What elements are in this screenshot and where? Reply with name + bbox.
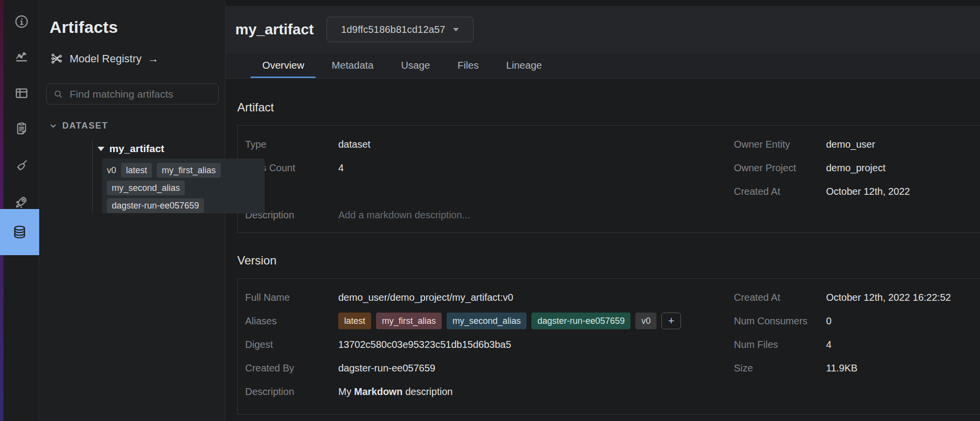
row-label: Owner Project: [734, 162, 826, 174]
version-panel-right-column: Created At October 12th, 2022 16:22:52 N…: [734, 286, 951, 380]
tab-files[interactable]: Files: [446, 53, 490, 78]
artifact-section-heading: Artifact: [237, 101, 980, 114]
tab-metadata[interactable]: Metadata: [320, 53, 385, 78]
row-description: Description Add a markdown description..…: [238, 203, 980, 227]
tree-group-dataset[interactable]: DATASET: [50, 121, 108, 131]
sweeps-broom-icon[interactable]: [3, 150, 39, 181]
artifacts-database-icon[interactable]: [0, 209, 39, 255]
reports-clipboard-icon[interactable]: [3, 113, 39, 144]
row-label: Owner Entity: [734, 139, 826, 150]
search-icon: [53, 89, 64, 100]
alias-chip-my-first-alias: my_first_alias: [376, 313, 442, 329]
artifact-search-box: [46, 83, 219, 105]
alias-chip-my-second-alias: my_second_alias: [447, 313, 527, 329]
tab-overview[interactable]: Overview: [251, 53, 316, 78]
created-by-link[interactable]: dagster-run-ee057659: [338, 363, 435, 374]
artifact-panel: Type dataset Alias Count 4 Description A…: [237, 125, 980, 233]
row-owner-project: Owner Project demo_project: [734, 156, 910, 180]
row-value: 4: [826, 339, 831, 350]
alias-badge: dagster-run-ee057659: [107, 198, 204, 213]
chevron-down-icon: [50, 122, 57, 130]
row-value: October 12th, 2022: [826, 186, 910, 197]
row-label: Description: [245, 386, 338, 397]
version-description-value: My Markdown description: [338, 386, 452, 397]
row-label: Created At: [734, 292, 826, 303]
tab-lineage[interactable]: Lineage: [494, 53, 553, 78]
caret-down-icon: [453, 28, 459, 31]
alias-badge: my_second_alias: [107, 181, 185, 195]
description-text: description: [402, 386, 452, 397]
row-value: 0: [826, 316, 831, 327]
owner-project-link[interactable]: demo_project: [826, 162, 885, 174]
page-title: my_artifact: [235, 21, 314, 38]
tree-item-my-artifact[interactable]: my_artifact: [98, 143, 164, 155]
tree-version-item-selected[interactable]: v0 latest my_first_alias my_second_alias…: [102, 158, 265, 213]
search-input[interactable]: [70, 88, 212, 100]
alias-badge: my_first_alias: [157, 163, 221, 178]
model-registry-label: Model Registry: [70, 53, 142, 65]
row-value: dataset: [338, 139, 371, 150]
tree-artifact-label: my_artifact: [109, 143, 164, 155]
row-num-consumers: Num Consumers 0: [734, 309, 951, 333]
row-version-description: Description My Markdown description: [238, 380, 980, 403]
model-registry-link[interactable]: Model Registry →: [50, 52, 159, 65]
main-panel: my_artifact 1d9ffc5186b81cd12a57 Overvie…: [226, 0, 980, 421]
row-label: Full Name: [245, 292, 338, 303]
row-version-created-at: Created At October 12th, 2022 16:22:52: [734, 286, 951, 309]
add-alias-button[interactable]: +: [661, 313, 681, 329]
row-size: Size 11.9KB: [734, 356, 951, 380]
tab-usage[interactable]: Usage: [389, 53, 442, 78]
alias-badge: latest: [121, 163, 152, 178]
tree-group-label: DATASET: [62, 121, 108, 131]
triangle-down-icon: [98, 147, 104, 151]
tree-indent-line: [92, 139, 93, 213]
runs-table-icon[interactable]: [3, 78, 39, 109]
row-created-at: Created At October 12th, 2022: [734, 180, 910, 203]
alias-chip-list: latest my_first_alias my_second_alias da…: [338, 313, 681, 329]
row-owner-entity: Owner Entity demo_user: [734, 132, 910, 156]
model-registry-arrow: →: [148, 53, 159, 65]
description-placeholder[interactable]: Add a markdown description...: [338, 210, 470, 221]
description-bold-text: Markdown: [354, 386, 402, 397]
row-label: Size: [734, 363, 826, 374]
row-label: Num Files: [734, 339, 826, 350]
version-label: v0: [107, 163, 116, 178]
overview-content: Artifact Type dataset Alias Count 4 Desc…: [226, 101, 980, 415]
description-text: My: [338, 386, 354, 397]
artifact-panel-right-column: Owner Entity demo_user Owner Project dem…: [734, 132, 910, 203]
row-label: Created By: [245, 363, 338, 374]
row-value: demo_user/demo_project/my_artifact:v0: [338, 292, 513, 303]
row-label: Type: [245, 139, 338, 150]
row-label: Created At: [734, 186, 826, 197]
info-icon[interactable]: [3, 6, 39, 37]
version-panel: Full Name demo_user/demo_project/my_arti…: [237, 278, 980, 415]
alias-chip-v0: v0: [635, 313, 656, 329]
alias-chip-latest: latest: [338, 313, 371, 329]
row-num-files: Num Files 4: [734, 333, 951, 356]
artifacts-sidebar: Artifacts Model Registry → DATASET: [40, 0, 226, 421]
row-label: Num Consumers: [734, 316, 826, 327]
row-value: October 12th, 2022 16:22:52: [826, 292, 951, 303]
version-selector-dropdown[interactable]: 1d9ffc5186b81cd12a57: [327, 17, 474, 42]
tab-bar: Overview Metadata Usage Files Lineage: [226, 53, 980, 79]
window-top-strip: [226, 0, 980, 6]
version-selector-value: 1d9ffc5186b81cd12a57: [341, 24, 446, 35]
row-value: 11.9KB: [826, 363, 857, 374]
workspace-chart-icon[interactable]: [3, 40, 39, 72]
row-label: Aliases: [245, 316, 338, 327]
model-registry-icon: [50, 52, 63, 65]
alias-chip-dagster-run: dagster-run-ee057659: [531, 313, 630, 329]
artifact-header: my_artifact 1d9ffc5186b81cd12a57: [226, 6, 980, 53]
version-section-heading: Version: [237, 254, 980, 267]
row-value: 4: [338, 162, 344, 174]
icon-rail: [0, 0, 39, 421]
owner-entity-link[interactable]: demo_user: [826, 139, 875, 150]
sidebar-title: Artifacts: [50, 18, 118, 37]
digest-value: 13702c580c03e95323c51db15d6b3ba5: [338, 339, 511, 350]
row-label: Digest: [245, 339, 338, 350]
